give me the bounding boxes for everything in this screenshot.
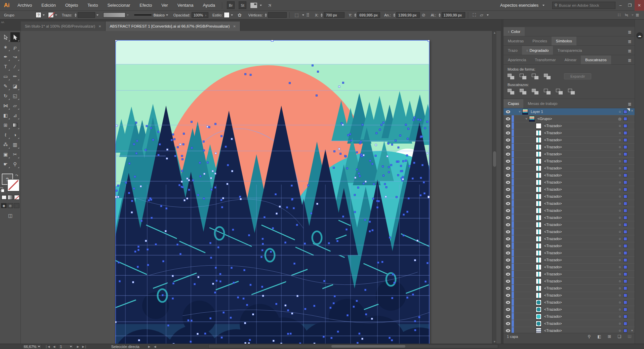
target-circle-icon[interactable]: ○ xyxy=(616,166,623,170)
width-stepper[interactable] xyxy=(393,13,395,17)
layer-thumbnail[interactable] xyxy=(536,222,541,228)
visibility-eye-icon[interactable] xyxy=(504,259,512,262)
tab-trazo[interactable]: Trazo xyxy=(504,46,522,55)
selection-indicator-square[interactable] xyxy=(623,216,627,220)
visibility-eye-icon[interactable] xyxy=(504,266,512,269)
tab-muestras[interactable]: Muestras xyxy=(504,37,528,45)
transform-icon[interactable]: ⛶ xyxy=(473,12,476,18)
selection-indicator-square[interactable] xyxy=(623,279,627,283)
target-circle-icon[interactable]: ○ xyxy=(616,152,623,156)
menu-ventana[interactable]: Ventana xyxy=(177,3,194,8)
minus-front-button[interactable] xyxy=(520,74,526,79)
swap-fill-stroke-icon[interactable]: ↷ xyxy=(15,173,18,178)
brush-definition-value[interactable]: Básico xyxy=(154,13,165,17)
layer-name[interactable]: <Trazado> xyxy=(544,328,616,333)
adobe-stock-search[interactable]: ⚲ Buscar en Adobe Stock xyxy=(552,2,615,9)
tab-pinceles[interactable]: Pinceles xyxy=(528,37,551,45)
layer-thumbnail[interactable] xyxy=(536,229,541,235)
x-stepper[interactable] xyxy=(321,13,323,17)
layer-name[interactable]: <Trazado> xyxy=(544,300,616,304)
hand-tool[interactable]: ☛ xyxy=(1,159,10,169)
layer-row-path-27[interactable]: <Trazado>○ xyxy=(504,306,635,313)
layer-thumbnail[interactable] xyxy=(536,236,541,242)
layer-name[interactable]: <Trazado> xyxy=(544,286,616,290)
target-circle-icon[interactable]: ○ xyxy=(616,230,623,234)
layer-name[interactable]: <Trazado> xyxy=(544,187,616,191)
selection-indicator-square[interactable] xyxy=(623,286,627,290)
restore-button[interactable]: ❐ xyxy=(625,0,635,11)
visibility-eye-icon[interactable] xyxy=(504,273,512,276)
color-button[interactable] xyxy=(1,195,7,200)
layer-name[interactable]: <Trazado> xyxy=(544,166,616,170)
visibility-eye-icon[interactable] xyxy=(504,244,512,247)
chevron-down-icon[interactable] xyxy=(231,14,233,16)
type-tool[interactable]: T xyxy=(1,62,10,71)
panel-menu-icon[interactable]: ≣ xyxy=(628,39,631,44)
layer-thumbnail[interactable] xyxy=(529,116,535,122)
tab-buscatrazos[interactable]: Buscatrazos xyxy=(581,55,611,64)
target-circle-icon[interactable]: ○ xyxy=(616,279,623,283)
target-circle-icon[interactable]: ○ xyxy=(616,131,623,135)
stroke-swatch[interactable] xyxy=(48,12,54,18)
selection-indicator-square[interactable] xyxy=(623,159,627,163)
zoom-tool[interactable]: ⚲ xyxy=(10,159,20,169)
expand-chevron-icon[interactable]: > xyxy=(524,117,529,120)
target-circle-icon[interactable]: ○ xyxy=(616,124,623,128)
layer-row-path-24[interactable]: <Trazado>○ xyxy=(504,285,635,292)
layer-thumbnail[interactable] xyxy=(536,328,541,333)
selection-indicator-square[interactable] xyxy=(623,124,627,128)
gradient-button[interactable] xyxy=(8,195,13,200)
tab-mesas-de-trabajo[interactable]: Mesas de trabajo xyxy=(523,99,562,108)
draw-normal-button[interactable]: ◉ xyxy=(1,203,7,208)
next-artboard-button[interactable]: ▶ xyxy=(77,345,79,348)
menu-texto[interactable]: Texto xyxy=(87,3,98,8)
status-expand-arrow[interactable]: ▶ xyxy=(148,345,151,348)
layers-scrollbar[interactable]: ▲ ▼ xyxy=(630,108,634,333)
layer-name[interactable]: <Trazado> xyxy=(544,131,616,135)
canvas-area[interactable]: ▲ ▼ xyxy=(21,31,496,344)
layer-name[interactable]: <Trazado> xyxy=(544,173,616,177)
visibility-eye-icon[interactable] xyxy=(504,315,512,318)
layer-row-group[interactable]: ><Grupo>◎ xyxy=(504,115,635,122)
chevron-down-icon[interactable] xyxy=(260,5,262,6)
opacity-field[interactable]: 100%› xyxy=(192,12,208,18)
close-button[interactable]: ✕ xyxy=(635,0,644,11)
layer-thumbnail[interactable] xyxy=(536,243,541,249)
layer-thumbnail[interactable] xyxy=(536,144,541,150)
layer-thumbnail[interactable] xyxy=(536,130,541,136)
layer-row-path-30[interactable]: <Trazado>○ xyxy=(504,327,635,333)
make-clipping-mask-icon[interactable]: ◧ xyxy=(594,334,604,339)
height-field[interactable]: 1399,99 px xyxy=(442,12,465,18)
visibility-eye-icon[interactable] xyxy=(504,139,512,142)
target-circle-icon[interactable]: ○ xyxy=(616,314,623,318)
divide-button[interactable] xyxy=(508,89,514,94)
arrange-documents-icon[interactable] xyxy=(250,3,257,8)
panel-menu-icon[interactable]: ≣ xyxy=(636,12,639,17)
panel-menu-icon[interactable]: ≣ xyxy=(628,58,631,63)
layer-thumbnail[interactable] xyxy=(536,257,541,263)
target-circle-icon[interactable]: ○ xyxy=(616,110,623,114)
target-circle-icon[interactable]: ○ xyxy=(616,258,623,262)
layer-thumbnail[interactable] xyxy=(536,250,541,256)
selection-indicator-square[interactable] xyxy=(623,329,627,333)
layer-row-path-15[interactable]: <Trazado>○ xyxy=(504,221,635,228)
target-circle-icon[interactable]: ○ xyxy=(616,187,623,191)
graphic-style-swatch[interactable] xyxy=(224,12,230,18)
new-layer-icon[interactable]: ❏ xyxy=(614,334,625,339)
free-transform-tool[interactable]: ▱ xyxy=(10,101,20,110)
selection-indicator-square[interactable] xyxy=(623,251,627,255)
layer-thumbnail[interactable] xyxy=(536,151,541,157)
tab-alinear[interactable]: Alinear xyxy=(560,55,581,64)
minimize-button[interactable]: – xyxy=(616,0,625,11)
selection-indicator-square[interactable] xyxy=(623,308,627,311)
layer-row-path-22[interactable]: <Trazado>○ xyxy=(504,271,635,278)
layer-name[interactable]: <Trazado> xyxy=(544,307,616,311)
visibility-eye-icon[interactable] xyxy=(504,287,512,290)
document-tab-2[interactable]: ABSTRACT FOREST 1 [Convertido].ai al 66,… xyxy=(106,22,240,31)
target-circle-icon[interactable]: ○ xyxy=(616,272,623,276)
tab-apariencia[interactable]: Apariencia xyxy=(504,55,530,64)
gpu-performance-icon[interactable]: ✈ xyxy=(267,2,274,9)
reference-point-icon[interactable]: ⠿ xyxy=(306,12,310,18)
chevron-down-icon[interactable] xyxy=(166,14,168,16)
selection-indicator-square[interactable] xyxy=(623,117,627,121)
